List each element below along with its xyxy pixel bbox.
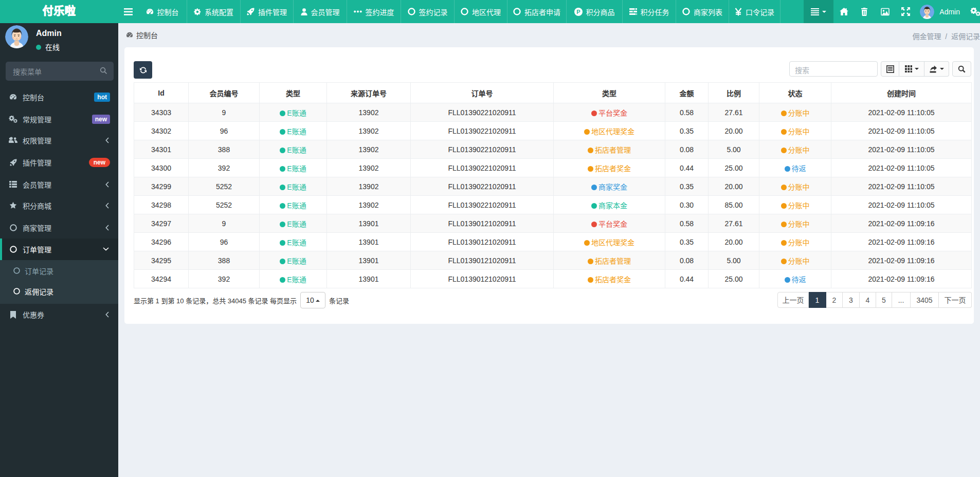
svg-text:P: P bbox=[576, 9, 580, 15]
